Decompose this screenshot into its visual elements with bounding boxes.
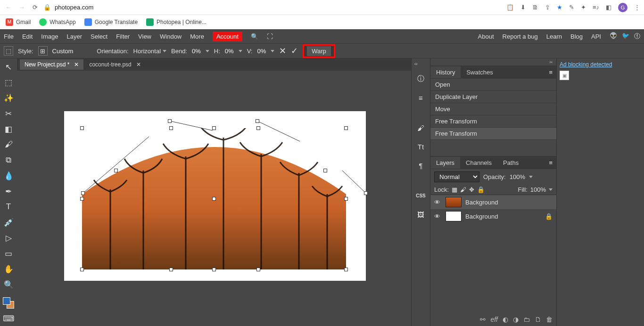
tab-channels[interactable]: Channels: [460, 157, 497, 169]
fill-value[interactable]: 100%: [530, 186, 546, 193]
brush-tool[interactable]: 🖌: [3, 139, 14, 150]
lock-trans-icon[interactable]: ▦: [452, 186, 457, 193]
eyedropper-tool[interactable]: 💉: [3, 217, 14, 228]
folder-icon[interactable]: 🗀: [523, 316, 530, 323]
avatar[interactable]: G: [618, 3, 627, 12]
orientation-select[interactable]: Horizontal: [133, 48, 167, 55]
bend-dropdown-icon[interactable]: [206, 50, 209, 52]
link-api[interactable]: API: [591, 33, 601, 40]
fill-dropdown-icon[interactable]: [549, 188, 553, 191]
brush-panel-icon[interactable]: 🖌: [415, 122, 427, 134]
menu-more[interactable]: More: [190, 33, 204, 40]
character-panel-icon[interactable]: Tt: [415, 140, 427, 153]
opacity-value[interactable]: 100%: [510, 173, 525, 180]
bookmark-gmail[interactable]: MGmail: [6, 18, 31, 26]
kebab-menu-icon[interactable]: ⋮: [634, 4, 640, 11]
transform-handle[interactable]: [169, 126, 173, 130]
trash-icon[interactable]: 🗑: [546, 316, 553, 323]
lock-all-icon[interactable]: 🔒: [477, 186, 485, 193]
menu-view[interactable]: View: [138, 33, 151, 40]
warp-control-point[interactable]: [114, 169, 118, 172]
layer-thumb[interactable]: [446, 197, 462, 207]
warp-control-point[interactable]: [323, 169, 327, 172]
visibility-icon[interactable]: 👁: [434, 213, 442, 220]
menu-filter[interactable]: Filter: [116, 33, 130, 40]
doc-tab-1[interactable]: coconut-tree.psd✕: [84, 59, 145, 70]
visibility-icon[interactable]: 👁: [434, 199, 442, 206]
warp-button[interactable]: Warp: [303, 44, 335, 58]
collapse-right-icon[interactable]: ›‹: [549, 59, 553, 65]
address-bar[interactable]: 🔒 photopea.com: [43, 4, 503, 11]
fullscreen-icon[interactable]: ⛶: [267, 33, 273, 40]
layer-thumb[interactable]: [446, 211, 462, 221]
blend-mode-select[interactable]: Normal: [434, 171, 479, 182]
collapse-left-icon[interactable]: ‹›: [414, 61, 418, 66]
lock-move-icon[interactable]: ✥: [469, 186, 474, 193]
transform-handle[interactable]: [80, 268, 84, 271]
twitter-icon[interactable]: 🐦: [622, 32, 629, 41]
menu-layer[interactable]: Layer: [67, 33, 83, 40]
history-item[interactable]: Duplicate Layer: [430, 91, 556, 103]
close-icon[interactable]: ✕: [136, 61, 141, 68]
image-panel-icon[interactable]: 🖼: [415, 208, 427, 220]
transform-handle[interactable]: [212, 126, 216, 130]
transform-handle[interactable]: [256, 268, 260, 271]
transform-handle[interactable]: [80, 197, 84, 201]
history-item[interactable]: Move: [430, 103, 556, 115]
info-panel-icon[interactable]: ⓘ: [415, 73, 427, 85]
move-tool[interactable]: ↖: [3, 61, 14, 73]
commit-transform-icon[interactable]: ✓: [291, 46, 298, 56]
forward-button[interactable]: →: [17, 3, 26, 12]
menu-image[interactable]: Image: [41, 33, 58, 40]
clipboard-icon[interactable]: 📋: [506, 4, 514, 11]
ad-blocking-link[interactable]: Ad blocking detected: [560, 61, 641, 68]
warped-image[interactable]: [82, 128, 346, 269]
marquee-tool[interactable]: ⬚: [3, 77, 14, 88]
transform-handle[interactable]: [80, 126, 84, 130]
reload-button[interactable]: ⟳: [30, 3, 40, 12]
share-icon[interactable]: ⇪: [545, 4, 550, 11]
lock-brush-icon[interactable]: 🖌: [460, 186, 466, 193]
v-dropdown-icon[interactable]: [271, 50, 274, 52]
tab-swatches[interactable]: Swatches: [461, 66, 498, 78]
canvas-viewport[interactable]: [17, 71, 411, 326]
new-layer-icon[interactable]: 🗋: [535, 316, 541, 323]
reddit-icon[interactable]: 👽: [610, 32, 617, 41]
history-item[interactable]: Open: [430, 79, 556, 91]
layer-row[interactable]: 👁 Background: [430, 195, 556, 209]
bend-value[interactable]: 0%: [192, 48, 201, 55]
link-learn[interactable]: Learn: [546, 33, 562, 40]
clone-tool[interactable]: ⧉: [3, 155, 14, 166]
adjustments-panel-icon[interactable]: ≡: [415, 91, 427, 104]
warp-control-point[interactable]: [364, 191, 368, 195]
doc-icon[interactable]: 🗎: [532, 4, 538, 11]
bookmark-star-icon[interactable]: ★: [557, 4, 562, 11]
h-dropdown-icon[interactable]: [239, 50, 242, 52]
bookmark-photopea[interactable]: Photopea | Online...: [146, 18, 206, 26]
doc-tab-0[interactable]: New Project.psd *✕: [20, 59, 83, 70]
link-about[interactable]: About: [478, 33, 494, 40]
crop-tool[interactable]: ✂: [3, 108, 14, 119]
blur-tool[interactable]: 💧: [3, 170, 14, 181]
style-value[interactable]: Custom: [52, 48, 74, 55]
transform-handle[interactable]: [344, 126, 348, 130]
link-layers-icon[interactable]: ⚯: [480, 316, 486, 323]
menu-edit[interactable]: Edit: [22, 33, 33, 40]
transform-icon[interactable]: ⬚: [4, 46, 13, 56]
transform-handle[interactable]: [212, 268, 216, 271]
sidepanel-icon[interactable]: ◧: [606, 4, 611, 11]
link-report-bug[interactable]: Report a bug: [503, 33, 538, 40]
eraser-tool[interactable]: ◧: [3, 123, 14, 135]
panel-menu-icon[interactable]: ≡: [545, 69, 556, 76]
layer-row[interactable]: 👁 Background 🔒: [430, 209, 556, 223]
pen-tool[interactable]: ✒: [3, 186, 14, 197]
facebook-icon[interactable]: ⓕ: [634, 32, 640, 41]
paragraph-panel-icon[interactable]: ¶: [415, 159, 427, 171]
menu-file[interactable]: File: [4, 33, 14, 40]
opacity-dropdown-icon[interactable]: [529, 176, 533, 178]
warp-control-point[interactable]: [81, 191, 85, 195]
transform-handle[interactable]: [212, 197, 216, 201]
extensions-icon[interactable]: ✦: [581, 4, 586, 11]
hand-tool[interactable]: ✋: [3, 263, 14, 275]
download-icon[interactable]: ⬇: [520, 4, 526, 11]
